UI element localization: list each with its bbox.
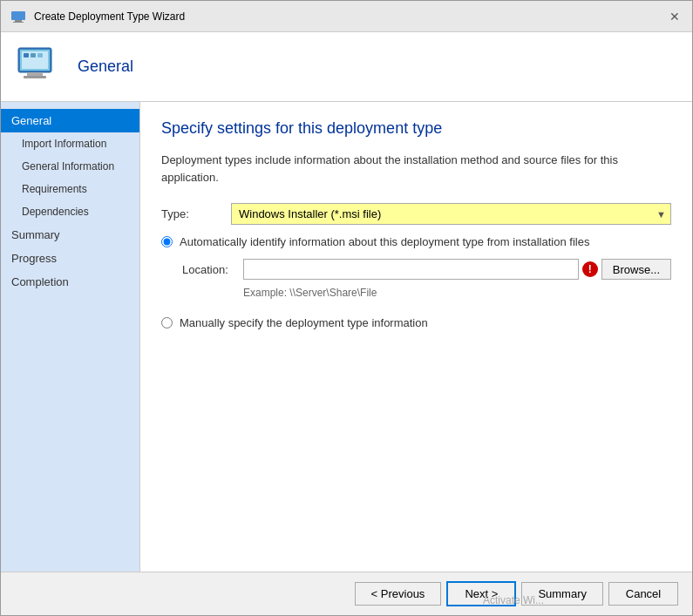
location-row: Location: ! Browse... [182,259,671,280]
title-bar-left: Create Deployment Type Wizard [10,8,185,25]
sidebar-item-summary[interactable]: Summary [1,223,139,247]
svg-rect-5 [27,72,43,76]
radio-auto-row: Automatically identify information about… [161,235,671,248]
wizard-window: Create Deployment Type Wizard ✕ General … [0,0,693,616]
radio-manual-row: Manually specify the deployment type inf… [161,316,671,329]
sidebar-item-requirements[interactable]: Requirements [1,178,139,200]
svg-rect-10 [37,53,43,58]
previous-button[interactable]: < Previous [355,582,442,606]
description: Deployment types include information abo… [161,152,671,186]
location-input-wrap: ! Browse... [243,259,671,280]
activate-watermark: Activate Wi... [483,594,544,606]
main-content: Specify settings for this deployment typ… [140,102,692,572]
title-bar: Create Deployment Type Wizard ✕ [1,1,692,32]
sidebar-item-dependencies[interactable]: Dependencies [1,200,139,223]
main-title: Specify settings for this deployment typ… [161,119,671,138]
sidebar-item-progress[interactable]: Progress [1,247,139,270]
sidebar: General Import Information General Infor… [1,102,140,572]
svg-rect-0 [11,11,25,20]
svg-rect-6 [24,76,46,78]
type-dropdown-wrapper: Windows Installer (*.msi file) Script In… [231,203,671,225]
error-icon: ! [582,261,598,277]
sidebar-item-import-information[interactable]: Import Information [1,132,139,155]
radio-auto-label[interactable]: Automatically identify information about… [180,235,589,248]
window-title: Create Deployment Type Wizard [34,10,185,23]
sidebar-item-completion[interactable]: Completion [1,270,139,294]
type-row: Type: Windows Installer (*.msi file) Scr… [161,203,671,225]
svg-rect-2 [13,22,24,23]
location-label: Location: [182,263,243,276]
type-label: Type: [161,207,231,220]
wizard-header: General [1,32,692,102]
radio-manual[interactable] [161,317,173,328]
svg-rect-9 [31,53,36,58]
location-example: Example: \\Server\Share\File [243,287,671,299]
sidebar-item-general-information[interactable]: General Information [1,155,139,178]
type-dropdown[interactable]: Windows Installer (*.msi file) Script In… [231,203,671,225]
close-button[interactable]: ✕ [666,8,683,25]
header-icon [15,43,64,91]
wizard-body: General Import Information General Infor… [1,102,692,572]
radio-auto[interactable] [161,236,173,247]
wizard-header-title: General [78,58,133,76]
window-icon [10,8,27,25]
svg-rect-1 [15,20,22,22]
radio-auto-section: Automatically identify information about… [161,235,671,299]
cancel-button[interactable]: Cancel [608,582,678,606]
svg-rect-8 [24,53,29,58]
footer: Activate Wi... < Previous Next > Summary… [1,572,692,615]
browse-button[interactable]: Browse... [601,259,671,280]
radio-manual-label[interactable]: Manually specify the deployment type inf… [180,316,428,329]
location-input[interactable] [243,259,579,280]
sidebar-item-general[interactable]: General [1,109,139,132]
